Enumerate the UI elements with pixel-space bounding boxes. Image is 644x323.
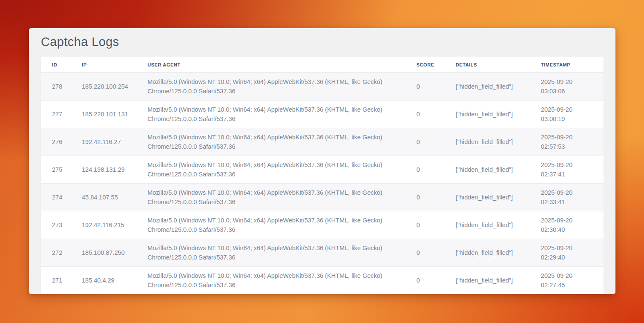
cell-id: 276 bbox=[41, 128, 76, 156]
cell-details: ["hidden_field_filled"] bbox=[450, 73, 535, 101]
cell-details: ["hidden_field_filled"] bbox=[450, 267, 535, 294]
table-row: 276 192.42.116.27 Mozilla/5.0 (Windows N… bbox=[41, 128, 604, 156]
cell-user-agent: Mozilla/5.0 (Windows NT 10.0; Win64; x64… bbox=[141, 101, 410, 128]
cell-ip: 185.100.87.250 bbox=[76, 239, 141, 267]
cell-score: 0 bbox=[411, 156, 450, 184]
cell-ip: 185.40.4.29 bbox=[76, 267, 141, 294]
table-row: 272 185.100.87.250 Mozilla/5.0 (Windows … bbox=[41, 239, 604, 267]
cell-details: ["hidden_field_filled"] bbox=[450, 128, 535, 156]
cell-user-agent: Mozilla/5.0 (Windows NT 10.0; Win64; x64… bbox=[141, 128, 410, 156]
cell-timestamp: 2025-09-20 03:03:06 bbox=[535, 73, 604, 101]
cell-id: 274 bbox=[41, 184, 76, 211]
cell-timestamp: 2025-09-20 02:33:41 bbox=[535, 184, 604, 211]
cell-ip: 192.42.116.215 bbox=[76, 211, 141, 239]
cell-user-agent: Mozilla/5.0 (Windows NT 10.0; Win64; x64… bbox=[141, 156, 410, 184]
table-row: 271 185.40.4.29 Mozilla/5.0 (Windows NT … bbox=[41, 267, 604, 294]
column-header-timestamp: TIMESTAMP bbox=[535, 57, 604, 73]
column-header-user_agent: USER AGENT bbox=[141, 57, 410, 73]
captcha-logs-table: IDIPUSER AGENTSCOREDETAILSTIMESTAMP 278 … bbox=[41, 57, 604, 294]
table-body: 278 185.220.100.254 Mozilla/5.0 (Windows… bbox=[41, 73, 604, 294]
cell-ip: 45.84.107.55 bbox=[76, 184, 141, 211]
cell-details: ["hidden_field_filled"] bbox=[450, 156, 535, 184]
cell-user-agent: Mozilla/5.0 (Windows NT 10.0; Win64; x64… bbox=[141, 73, 410, 101]
cell-timestamp: 2025-09-20 02:30:40 bbox=[535, 211, 604, 239]
cell-details: ["hidden_field_filled"] bbox=[450, 239, 535, 267]
page-background: { "page": { "title": "Captcha Logs" }, "… bbox=[0, 0, 644, 323]
cell-ip: 192.42.116.27 bbox=[76, 128, 141, 156]
cell-id: 275 bbox=[41, 156, 76, 184]
column-header-score: SCORE bbox=[411, 57, 450, 73]
cell-id: 273 bbox=[41, 211, 76, 239]
header-row: IDIPUSER AGENTSCOREDETAILSTIMESTAMP bbox=[41, 57, 604, 73]
table-row: 273 192.42.116.215 Mozilla/5.0 (Windows … bbox=[41, 211, 604, 239]
cell-ip: 185.220.100.254 bbox=[76, 73, 141, 101]
cell-score: 0 bbox=[411, 128, 450, 156]
cell-id: 278 bbox=[41, 73, 76, 101]
cell-id: 271 bbox=[41, 267, 76, 294]
cell-details: ["hidden_field_filled"] bbox=[450, 211, 535, 239]
table-row: 278 185.220.100.254 Mozilla/5.0 (Windows… bbox=[41, 73, 604, 101]
cell-timestamp: 2025-09-20 02:57:53 bbox=[535, 128, 604, 156]
cell-score: 0 bbox=[411, 211, 450, 239]
captcha-logs-card: Captcha Logs IDIPUSER AGENTSCOREDETAILST… bbox=[29, 28, 615, 294]
table-header: IDIPUSER AGENTSCOREDETAILSTIMESTAMP bbox=[41, 57, 604, 73]
cell-ip: 124.198.131.29 bbox=[76, 156, 141, 184]
cell-score: 0 bbox=[411, 267, 450, 294]
column-header-id: ID bbox=[41, 57, 76, 73]
table-row: 277 185.220.101.131 Mozilla/5.0 (Windows… bbox=[41, 101, 604, 128]
cell-score: 0 bbox=[411, 101, 450, 128]
cell-user-agent: Mozilla/5.0 (Windows NT 10.0; Win64; x64… bbox=[141, 239, 410, 267]
cell-score: 0 bbox=[411, 73, 450, 101]
cell-id: 277 bbox=[41, 101, 76, 128]
cell-score: 0 bbox=[411, 184, 450, 211]
cell-user-agent: Mozilla/5.0 (Windows NT 10.0; Win64; x64… bbox=[141, 267, 410, 294]
column-header-ip: IP bbox=[76, 57, 141, 73]
cell-user-agent: Mozilla/5.0 (Windows NT 10.0; Win64; x64… bbox=[141, 184, 410, 211]
cell-timestamp: 2025-09-20 02:29:40 bbox=[535, 239, 604, 267]
cell-timestamp: 2025-09-20 02:37:41 bbox=[535, 156, 604, 184]
cell-id: 272 bbox=[41, 239, 76, 267]
cell-timestamp: 2025-09-20 03:00:19 bbox=[535, 101, 604, 128]
table-row: 275 124.198.131.29 Mozilla/5.0 (Windows … bbox=[41, 156, 604, 184]
cell-user-agent: Mozilla/5.0 (Windows NT 10.0; Win64; x64… bbox=[141, 211, 410, 239]
table-row: 274 45.84.107.55 Mozilla/5.0 (Windows NT… bbox=[41, 184, 604, 211]
column-header-details: DETAILS bbox=[450, 57, 535, 73]
cell-details: ["hidden_field_filled"] bbox=[450, 101, 535, 128]
cell-score: 0 bbox=[411, 239, 450, 267]
page-title: Captcha Logs bbox=[41, 35, 604, 49]
cell-timestamp: 2025-09-20 02:27:45 bbox=[535, 267, 604, 294]
cell-details: ["hidden_field_filled"] bbox=[450, 184, 535, 211]
cell-ip: 185.220.101.131 bbox=[76, 101, 141, 128]
